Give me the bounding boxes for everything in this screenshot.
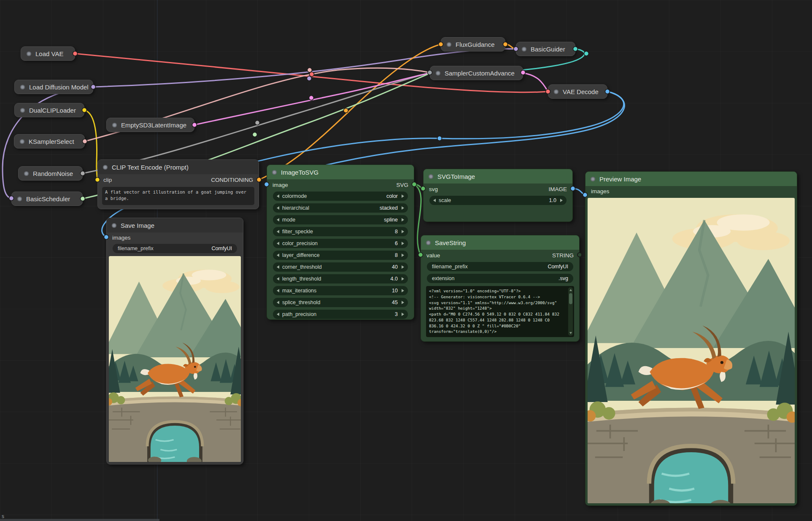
collapse-dot-icon[interactable] [447,42,451,47]
decrement-arrow-icon[interactable] [277,254,279,257]
node-load-diffusion-model[interactable]: Load Diffusion Model [14,80,93,94]
widget-layer-difference[interactable]: layer_difference 8 [273,251,408,260]
collapse-dot-icon[interactable] [20,139,24,144]
node-title: SamplerCustomAdvance [445,70,515,77]
widget-path-precision[interactable]: path_precision 3 [273,310,408,319]
collapse-dot-icon[interactable] [24,171,29,176]
node-savestring[interactable]: SaveString value STRING filename_prefix … [421,235,580,342]
collapse-dot-icon[interactable] [17,197,22,201]
scroll-up-icon[interactable] [569,289,572,291]
reroute-dot[interactable] [309,96,314,100]
widget-corner-threshold[interactable]: corner_threshold 40 [273,262,408,272]
collapse-dot-icon[interactable] [522,47,526,51]
node-header[interactable]: CLIP Text Encode (Prompt) [98,160,259,174]
collapse-dot-icon[interactable] [591,177,595,181]
increment-arrow-icon[interactable] [402,254,404,257]
widget-max-iterations[interactable]: max_iterations 10 [273,286,408,295]
decrement-arrow-icon[interactable] [277,277,279,281]
widget-scale[interactable]: scale 1.0 [429,196,567,205]
decrement-arrow-icon[interactable] [277,301,279,304]
reroute-dot[interactable] [310,72,314,77]
node-preview-image[interactable]: Preview Image images [585,171,797,506]
collapse-dot-icon[interactable] [20,85,25,89]
node-basicscheduler[interactable]: BasicScheduler [11,192,83,206]
node-title: EmptySD3LatentImage [121,121,186,129]
increment-arrow-icon[interactable] [560,199,563,202]
widget-filename-prefix[interactable]: filename_prefix ComfyUI [427,262,573,271]
collapse-dot-icon[interactable] [272,170,277,175]
increment-arrow-icon[interactable] [402,194,404,198]
node-header[interactable]: SaveString [421,235,579,250]
increment-arrow-icon[interactable] [402,230,404,233]
reroute-dot[interactable] [344,108,348,113]
scrollbar[interactable] [568,287,573,336]
node-header[interactable]: Save Image [107,218,243,232]
widget-filter-speckle[interactable]: filter_speckle 8 [273,227,408,236]
decrement-arrow-icon[interactable] [277,194,279,198]
reroute-dot[interactable] [308,68,312,73]
node-header[interactable]: ImageToSVG [267,165,414,179]
decrement-arrow-icon[interactable] [277,230,279,233]
collapse-dot-icon[interactable] [20,108,25,113]
widget-mode[interactable]: mode spline [273,215,408,224]
decrement-arrow-icon[interactable] [277,313,279,316]
widget-extension[interactable]: extension .svg [427,274,573,283]
widget-hierarchical[interactable]: hierarchical stacked [273,203,408,213]
increment-arrow-icon[interactable] [402,206,404,210]
decrement-arrow-icon[interactable] [277,265,279,269]
increment-arrow-icon[interactable] [402,218,404,221]
widget-length-threshold[interactable]: length_threshold 4.0 [273,274,408,283]
increment-arrow-icon[interactable] [402,277,404,281]
node-imagetosvg[interactable]: ImageToSVG image SVG colormode color hie… [267,165,414,320]
decrement-arrow-icon[interactable] [277,242,279,245]
increment-arrow-icon[interactable] [402,289,404,292]
reroute-dot[interactable] [307,76,312,81]
collapse-dot-icon[interactable] [554,89,558,94]
node-header[interactable]: Preview Image [585,172,797,186]
collapse-dot-icon[interactable] [429,174,433,179]
increment-arrow-icon[interactable] [402,313,404,316]
node-samplercustomadvance[interactable]: SamplerCustomAdvance [430,66,523,80]
node-emptysd3latentimage[interactable]: EmptySD3LatentImage [106,118,194,132]
node-basicguider[interactable]: BasicGuider [516,42,575,56]
decrement-arrow-icon[interactable] [277,206,279,210]
decrement-arrow-icon[interactable] [277,218,279,221]
scroll-down-icon[interactable] [569,332,572,334]
node-title: RandomNoise [33,170,73,177]
increment-arrow-icon[interactable] [402,242,404,245]
widget-color-precision[interactable]: color_precision 6 [273,239,408,248]
svg-xml-textarea[interactable]: <?xml version="1.0" encoding="UTF-8"?> <… [426,286,574,337]
widget-filename-prefix[interactable]: filename_prefix ComfyUI [113,244,237,253]
prompt-textarea[interactable]: A flat vector art illustration of a goat… [102,187,254,205]
increment-arrow-icon[interactable] [402,265,404,269]
collapse-dot-icon[interactable] [112,123,117,127]
node-save-image[interactable]: Save Image images filename_prefix ComfyU… [106,218,243,464]
node-svgtoimage[interactable]: SVGToImage svg IMAGE scale 1.0 [423,169,573,222]
collapse-dot-icon[interactable] [436,71,440,76]
collapse-dot-icon[interactable] [426,240,431,245]
widget-splice-threshold[interactable]: splice_threshold 45 [273,298,408,307]
node-randomnoise[interactable]: RandomNoise [18,166,83,181]
node-header[interactable]: SVGToImage [424,169,572,184]
node-ksamplerselect[interactable]: KSamplerSelect [14,134,85,148]
node-dualcliploader[interactable]: DualCLIPLoader [14,103,84,117]
increment-arrow-icon[interactable] [402,301,404,304]
node-clip-text-encode[interactable]: CLIP Text Encode (Prompt) clip CONDITION… [97,159,259,209]
node-load-vae[interactable]: Load VAE [21,46,75,61]
reroute-dot[interactable] [255,121,260,125]
collapse-dot-icon[interactable] [27,51,31,56]
collapse-dot-icon[interactable] [112,223,116,228]
decrement-arrow-icon[interactable] [433,199,436,202]
decrement-arrow-icon[interactable] [277,289,279,292]
reroute-dot[interactable] [584,51,589,56]
node-fluxguidance[interactable]: FluxGuidance [441,37,505,51]
scrollbar-thumb[interactable] [569,293,572,304]
widget-colormode[interactable]: colormode color [273,192,408,201]
reroute-dot[interactable] [437,136,442,141]
node-vae-decode[interactable]: VAE Decode [548,84,607,99]
node-title: CLIP Text Encode (Prompt) [112,164,189,171]
widget-value: color [386,193,398,199]
node-graph-canvas[interactable]: Load VAE Load Diffusion Model DualCLIPLo… [0,0,812,521]
collapse-dot-icon[interactable] [103,165,108,170]
reroute-dot[interactable] [253,132,257,137]
